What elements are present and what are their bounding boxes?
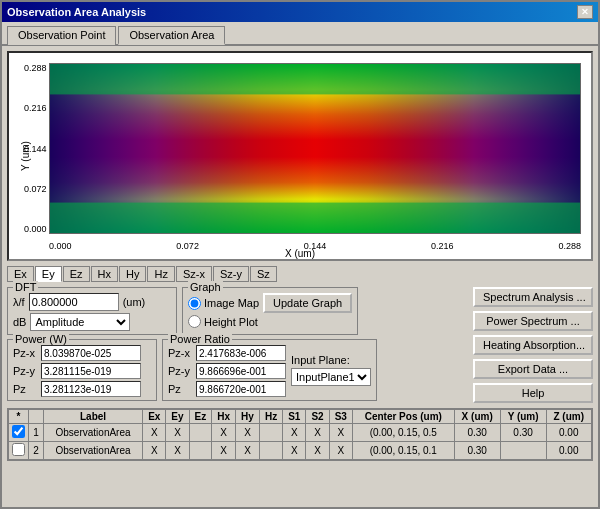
close-button[interactable]: ✕ xyxy=(577,5,593,19)
power-ratio-label: Power Ratio xyxy=(168,333,232,345)
col-star: * xyxy=(9,410,29,424)
table-row: 2 ObservationArea X X X X X X X (0.00, 0… xyxy=(9,442,592,460)
spectrum-analysis-button[interactable]: Spectrum Analysis ... xyxy=(473,287,593,307)
db-label: dB xyxy=(13,316,26,328)
field-tab-hz[interactable]: Hz xyxy=(147,266,174,282)
power-row: Power (W) Pz-x Pz-y Pz xyxy=(7,339,468,401)
height-plot-row: Height Plot xyxy=(188,315,352,328)
field-tab-sz-x[interactable]: Sz-x xyxy=(176,266,212,282)
power-spectrum-button[interactable]: Power Spectrum ... xyxy=(473,311,593,331)
lambda-label: λ/f xyxy=(13,296,25,308)
dft-label: DFT xyxy=(13,281,38,293)
table-row: 1 ObservationArea X X X X X X X (0.00, 0… xyxy=(9,424,592,442)
table-body: 1 ObservationArea X X X X X X X (0.00, 0… xyxy=(9,424,592,460)
title-bar: Observation Area Analysis ✕ xyxy=(2,2,598,22)
data-table: * Label Ex Ey Ez Hx Hy Hz S1 S2 S3 Cente… xyxy=(8,409,592,460)
height-plot-option[interactable]: Height Plot xyxy=(188,315,258,328)
svg-rect-2 xyxy=(50,64,580,94)
window-title: Observation Area Analysis xyxy=(7,6,146,18)
db-row: dB Amplitude Power xyxy=(13,313,171,331)
field-tab-ez[interactable]: Ez xyxy=(63,266,90,282)
col-s3: S3 xyxy=(329,410,352,424)
power-w-label: Power (W) xyxy=(13,333,69,345)
pz-x-r-label: Pz-x xyxy=(168,347,193,359)
controls-main: DFT λ/f (um) dB Amplitude Power xyxy=(7,287,593,403)
power-w-group: Power (W) Pz-x Pz-y Pz xyxy=(7,339,157,401)
power-ratio-content: Pz-x Pz-y Pz xyxy=(168,343,371,397)
heatmap-container xyxy=(49,63,581,234)
heating-absorption-button[interactable]: Heating Absorption... xyxy=(473,335,593,355)
field-tab-ex[interactable]: Ex xyxy=(7,266,34,282)
amplitude-select[interactable]: Amplitude Power xyxy=(30,313,130,331)
lambda-input[interactable] xyxy=(29,293,119,311)
graph-label: Graph xyxy=(188,281,223,293)
tab-bar: Observation Point Observation Area xyxy=(2,22,598,46)
tab-observation-area[interactable]: Observation Area xyxy=(118,26,225,45)
dft-graph-row: DFT λ/f (um) dB Amplitude Power xyxy=(7,287,468,335)
dft-group: DFT λ/f (um) dB Amplitude Power xyxy=(7,287,177,335)
pz-r-label: Pz xyxy=(168,383,193,395)
col-label: Label xyxy=(44,410,143,424)
pz-x-r-row: Pz-x xyxy=(168,345,286,361)
export-data-button[interactable]: Export Data ... xyxy=(473,359,593,379)
field-tab-hy[interactable]: Hy xyxy=(119,266,146,282)
pz-x-r-input[interactable] xyxy=(196,345,286,361)
col-ex: Ex xyxy=(143,410,166,424)
help-button[interactable]: Help xyxy=(473,383,593,403)
chart-area: 0.288 0.216 0.144 0.072 0.000 Y (um) xyxy=(7,51,593,261)
main-window: Observation Area Analysis ✕ Observation … xyxy=(0,0,600,509)
col-hy: Hy xyxy=(236,410,260,424)
pz-r-row: Pz xyxy=(168,381,286,397)
y-axis-label: Y (um) xyxy=(20,141,31,171)
image-map-option[interactable]: Image Map xyxy=(188,297,259,310)
row-checkbox[interactable] xyxy=(12,443,25,456)
pz-y-r-row: Pz-y xyxy=(168,363,286,379)
field-tab-sz-y[interactable]: Sz-y xyxy=(213,266,249,282)
image-map-label: Image Map xyxy=(204,297,259,309)
right-buttons: Spectrum Analysis ... Power Spectrum ...… xyxy=(473,287,593,403)
field-tab-ey[interactable]: Ey xyxy=(35,266,62,282)
table-header-row: * Label Ex Ey Ez Hx Hy Hz S1 S2 S3 Cente… xyxy=(9,410,592,424)
heatmap-svg xyxy=(49,63,581,234)
col-z: Z (um) xyxy=(546,410,591,424)
field-tab-bar: Ex Ey Ez Hx Hy Hz Sz-x Sz-y Sz xyxy=(7,266,593,282)
data-table-container: * Label Ex Ey Ez Hx Hy Hz S1 S2 S3 Cente… xyxy=(7,408,593,461)
height-plot-radio[interactable] xyxy=(188,315,201,328)
col-y: Y (um) xyxy=(500,410,546,424)
field-tab-sz[interactable]: Sz xyxy=(250,266,277,282)
update-graph-button[interactable]: Update Graph xyxy=(263,293,352,313)
field-tab-hx[interactable]: Hx xyxy=(91,266,118,282)
image-map-radio[interactable] xyxy=(188,297,201,310)
col-x: X (um) xyxy=(454,410,500,424)
input-plane-section: Input Plane: InputPlane1 xyxy=(291,343,371,397)
col-hz: Hz xyxy=(259,410,282,424)
col-num xyxy=(29,410,44,424)
pz-x-w-row: Pz-x xyxy=(13,345,151,361)
col-ey: Ey xyxy=(166,410,189,424)
pz-y-w-row: Pz-y xyxy=(13,363,151,379)
tab-observation-point[interactable]: Observation Point xyxy=(7,26,116,45)
pz-y-r-label: Pz-y xyxy=(168,365,193,377)
controls-left: DFT λ/f (um) dB Amplitude Power xyxy=(7,287,468,403)
graph-group: Graph Image Map Update Graph Height xyxy=(182,287,358,335)
pz-y-r-input[interactable] xyxy=(196,363,286,379)
pz-w-row: Pz xyxy=(13,381,151,397)
col-center: Center Pos (um) xyxy=(352,410,454,424)
unit-label: (um) xyxy=(123,296,146,308)
input-plane-select[interactable]: InputPlane1 xyxy=(291,368,371,386)
col-ez: Ez xyxy=(189,410,212,424)
col-s1: S1 xyxy=(283,410,306,424)
power-ratio-values: Pz-x Pz-y Pz xyxy=(168,343,286,397)
pz-x-w-input[interactable] xyxy=(41,345,141,361)
pz-w-label: Pz xyxy=(13,383,38,395)
col-s2: S2 xyxy=(306,410,329,424)
image-map-row: Image Map Update Graph xyxy=(188,293,352,313)
lambda-row: λ/f (um) xyxy=(13,293,171,311)
pz-y-w-input[interactable] xyxy=(41,363,141,379)
pz-r-input[interactable] xyxy=(196,381,286,397)
svg-rect-3 xyxy=(50,203,580,233)
row-checkbox[interactable] xyxy=(12,425,25,438)
pz-x-w-label: Pz-x xyxy=(13,347,38,359)
pz-w-input[interactable] xyxy=(41,381,141,397)
pz-y-w-label: Pz-y xyxy=(13,365,38,377)
